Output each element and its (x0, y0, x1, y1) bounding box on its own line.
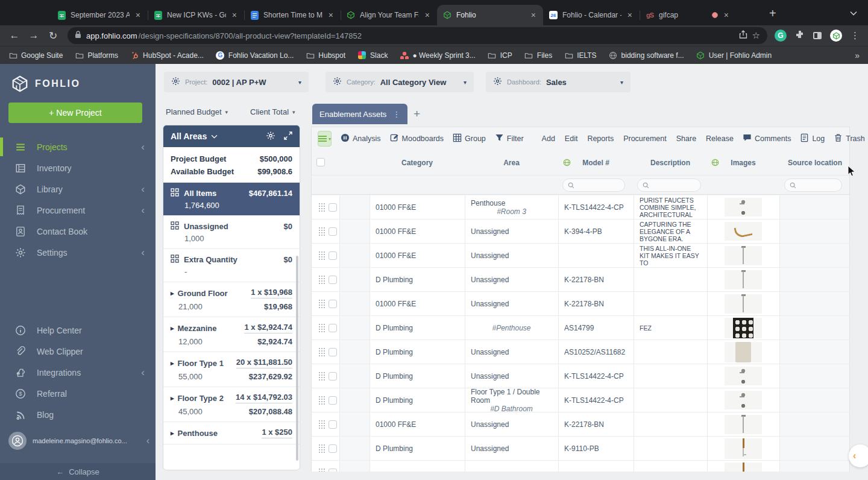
browser-tab[interactable]: Fohlio × (437, 5, 543, 25)
drag-handle-icon[interactable] (318, 396, 325, 405)
area-unit-price[interactable]: 14 x $14,792.03 (236, 393, 292, 403)
reload-button[interactable]: ↻ (46, 30, 60, 42)
product-thumbnail[interactable] (725, 415, 762, 434)
category-cell[interactable]: D Plumbing (376, 324, 459, 332)
source-location-cell[interactable] (779, 292, 849, 315)
bookmark-item[interactable]: Google Suite (8, 51, 63, 60)
row-checkbox[interactable] (329, 276, 337, 284)
bookmark-item[interactable]: User | Fohlio Admin (696, 51, 772, 60)
area-unit-price[interactable]: 20 x $11,881.50 (236, 358, 292, 368)
source-location-cell[interactable] (779, 364, 849, 388)
row-checkbox[interactable] (329, 396, 337, 405)
trash-button[interactable]: Trash (834, 133, 865, 144)
drag-handle-icon[interactable] (318, 444, 325, 453)
bookmark-item[interactable]: Slack (357, 51, 388, 60)
table-row[interactable]: 01000 FF&E Penthouse#Room 3 K-TLS14422-4… (312, 195, 849, 219)
tab-close-icon[interactable]: × (423, 10, 432, 20)
area-cell[interactable]: Unassigned (465, 412, 558, 436)
sidebar-item-library[interactable]: Library ‹ (0, 178, 156, 200)
column-header-category[interactable]: Category (370, 150, 465, 175)
browser-tab[interactable]: September 2023 Ad × (51, 5, 148, 25)
column-header-source-location[interactable]: Source location (779, 150, 851, 175)
budget-area-row[interactable]: ▸ Mezzanine 1 x $2,924.74 12,000$2,924.7… (163, 317, 300, 352)
account-row[interactable]: madeleine.magsino@fohlio.co... ‹ (8, 432, 149, 450)
area-cell[interactable]: Unassigned (465, 364, 558, 388)
new-tab-button[interactable]: + (769, 7, 776, 21)
product-thumbnail[interactable] (725, 391, 762, 409)
bookmark-star-icon[interactable]: ☆ (752, 30, 760, 41)
tab-close-icon[interactable]: × (230, 10, 239, 20)
category-cell[interactable]: 01000 FF&E (376, 227, 459, 236)
product-thumbnail[interactable] (725, 246, 762, 265)
source-location-cell[interactable] (779, 437, 849, 460)
expand-triangle-icon[interactable]: ▸ (171, 289, 174, 297)
model-cell[interactable]: K-394-4-PB (564, 227, 627, 236)
budget-group-row[interactable]: Extra Quantity $0 - (163, 249, 300, 282)
category-cell[interactable]: D Plumbing (376, 396, 459, 405)
area-cell[interactable]: Floor Type 1 / Double Room#D Bathroom (465, 388, 558, 412)
table-row[interactable]: D Plumbing Unassigned K-22178-BN (312, 268, 849, 292)
product-thumbnail[interactable] (725, 367, 762, 385)
model-cell[interactable]: K-22178-BN (564, 420, 627, 429)
drag-handle-icon[interactable] (318, 468, 325, 472)
sidebar-item-projects[interactable]: Projects ‹ (0, 136, 156, 157)
budget-group-row[interactable]: Unassigned $0 1,000 (163, 216, 300, 249)
row-checkbox[interactable] (329, 251, 337, 260)
model-cell[interactable]: K-9110-PB (564, 444, 627, 453)
description-cell[interactable] (634, 292, 707, 315)
bookmark-item[interactable]: Platforms (75, 51, 118, 60)
sidebar-item-blog[interactable]: Blog ‹ (0, 404, 156, 425)
model-cell[interactable]: K-TLS14422-4-CP (564, 372, 627, 381)
browser-tab[interactable]: New ICP KWs - Goo × (148, 5, 244, 25)
sidebar-item-web-clipper[interactable]: Web Clipper ‹ (0, 341, 156, 362)
total-view-selector[interactable]: Client Total▾ (250, 107, 295, 116)
area-unit-price[interactable]: 1 x $2,924.74 (244, 323, 292, 333)
bookmark-item[interactable]: bidding software f... (609, 51, 684, 60)
column-header-area[interactable]: Area (465, 150, 558, 175)
drag-handle-icon[interactable] (318, 299, 325, 308)
model-search-input[interactable] (562, 178, 625, 192)
area-cell[interactable]: Unassigned (465, 437, 558, 460)
budget-area-row[interactable]: ▸ Floor Type 2 14 x $14,792.03 45,000$20… (163, 387, 300, 422)
fohlio-logo[interactable]: FOHLIO (11, 75, 80, 93)
table-row[interactable] (312, 461, 849, 472)
release-button[interactable]: Release (706, 134, 734, 143)
edit-button[interactable]: Edit (565, 134, 578, 143)
table-row[interactable]: D Plumbing Unassigned K-9110-PB (312, 437, 849, 461)
product-thumbnail[interactable] (725, 438, 762, 459)
add-button[interactable]: Add (542, 134, 555, 143)
source-location-cell[interactable] (779, 340, 849, 364)
expand-triangle-icon[interactable]: ▸ (171, 429, 174, 437)
drag-handle-icon[interactable] (318, 251, 325, 260)
side-panel-icon[interactable] (813, 32, 822, 39)
share-button[interactable]: Share (676, 134, 696, 143)
product-thumbnail[interactable] (725, 294, 762, 314)
forward-button[interactable]: → (27, 30, 41, 42)
area-cell[interactable] (465, 461, 558, 472)
budget-view-selector[interactable]: Planned Budget▾ (166, 107, 228, 116)
description-cell[interactable] (634, 437, 707, 460)
filter-button[interactable]: Filter (495, 133, 524, 144)
source-location-cell[interactable] (779, 316, 849, 339)
category-cell[interactable]: D Plumbing (376, 348, 459, 356)
source-location-cell[interactable] (779, 195, 849, 219)
view-menu-button[interactable]: ▾ (318, 131, 332, 147)
row-checkbox[interactable] (329, 469, 337, 472)
row-checkbox[interactable] (329, 444, 337, 453)
description-cell[interactable] (634, 340, 707, 364)
row-checkbox[interactable] (329, 203, 337, 212)
share-icon[interactable] (739, 30, 747, 41)
gear-icon[interactable] (333, 77, 342, 88)
budget-scrollbar[interactable] (296, 256, 298, 461)
column-header-description[interactable]: Description (634, 150, 707, 175)
drag-handle-icon[interactable] (318, 275, 325, 284)
product-thumbnail[interactable] (725, 342, 762, 362)
drag-handle-icon[interactable] (318, 420, 325, 429)
area-unit-price[interactable]: 1 x $250 (262, 428, 292, 438)
area-cell[interactable]: Unassigned (465, 268, 558, 291)
budget-area-row[interactable]: ▸ Penthouse 1 x $250 (163, 422, 300, 444)
source-location-search-input[interactable] (784, 178, 842, 192)
table-row[interactable]: 01000 FF&E Unassigned K-394-4-PB CAPTURI… (312, 219, 849, 244)
column-header-images[interactable]: Images (707, 150, 779, 175)
description-cell[interactable]: CAPTURING THE ELEGANCE OF A BYGONE ERA. (634, 219, 707, 243)
